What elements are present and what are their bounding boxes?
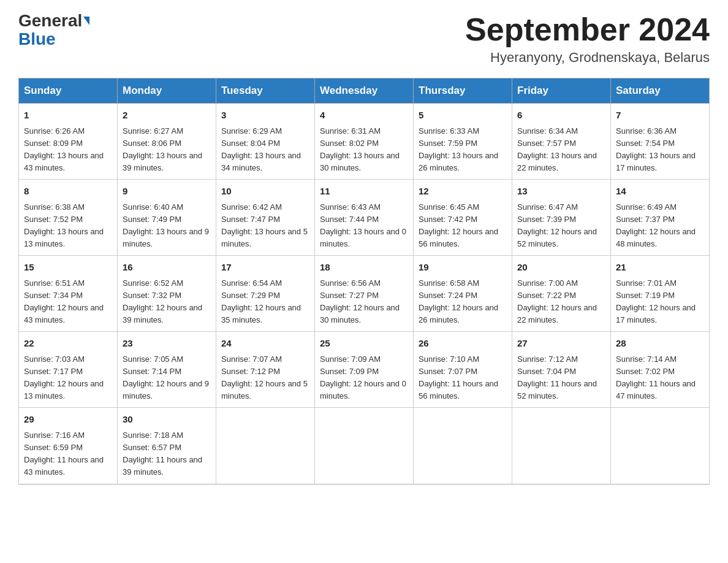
- calendar-cell: 10Sunrise: 6:42 AMSunset: 7:47 PMDayligh…: [216, 180, 315, 256]
- day-info: Sunrise: 7:10 AMSunset: 7:07 PMDaylight:…: [419, 353, 507, 403]
- day-number: 6: [517, 109, 605, 123]
- day-number: 20: [517, 261, 605, 275]
- weekday-header-monday: Monday: [118, 79, 216, 104]
- day-number: 15: [24, 261, 112, 275]
- day-number: 1: [24, 109, 112, 123]
- day-info: Sunrise: 6:45 AMSunset: 7:42 PMDaylight:…: [419, 201, 507, 251]
- day-info: Sunrise: 7:09 AMSunset: 7:09 PMDaylight:…: [320, 353, 408, 403]
- weekday-header-tuesday: Tuesday: [216, 79, 315, 104]
- calendar-cell: 2Sunrise: 6:27 AMSunset: 8:06 PMDaylight…: [118, 104, 216, 180]
- calendar-week-row: 1Sunrise: 6:26 AMSunset: 8:09 PMDaylight…: [19, 104, 710, 180]
- calendar-cell: 30Sunrise: 7:18 AMSunset: 6:57 PMDayligh…: [118, 408, 216, 484]
- calendar-cell: [414, 408, 512, 484]
- calendar-cell: 25Sunrise: 7:09 AMSunset: 7:09 PMDayligh…: [315, 332, 414, 408]
- day-number: 5: [419, 109, 507, 123]
- day-info: Sunrise: 6:36 AMSunset: 7:54 PMDaylight:…: [616, 125, 704, 175]
- day-number: 19: [419, 261, 507, 275]
- day-number: 14: [616, 185, 704, 199]
- calendar-cell: 5Sunrise: 6:33 AMSunset: 7:59 PMDaylight…: [414, 104, 512, 180]
- page-header: General Blue September 2024 Hyeranyony, …: [18, 12, 710, 66]
- day-number: 22: [24, 337, 112, 351]
- calendar-cell: 16Sunrise: 6:52 AMSunset: 7:32 PMDayligh…: [118, 256, 216, 332]
- calendar-cell: [216, 408, 315, 484]
- calendar-cell: 18Sunrise: 6:56 AMSunset: 7:27 PMDayligh…: [315, 256, 414, 332]
- calendar-cell: 12Sunrise: 6:45 AMSunset: 7:42 PMDayligh…: [414, 180, 512, 256]
- calendar-cell: 4Sunrise: 6:31 AMSunset: 8:02 PMDaylight…: [315, 104, 414, 180]
- calendar-cell: [512, 408, 611, 484]
- calendar-cell: 9Sunrise: 6:40 AMSunset: 7:49 PMDaylight…: [118, 180, 216, 256]
- day-info: Sunrise: 6:31 AMSunset: 8:02 PMDaylight:…: [320, 125, 408, 175]
- day-info: Sunrise: 6:34 AMSunset: 7:57 PMDaylight:…: [517, 125, 605, 175]
- day-info: Sunrise: 7:07 AMSunset: 7:12 PMDaylight:…: [221, 353, 309, 403]
- weekday-header-saturday: Saturday: [611, 79, 710, 104]
- day-number: 26: [419, 337, 507, 351]
- day-number: 3: [221, 109, 309, 123]
- calendar-cell: 15Sunrise: 6:51 AMSunset: 7:34 PMDayligh…: [19, 256, 118, 332]
- day-info: Sunrise: 7:12 AMSunset: 7:04 PMDaylight:…: [517, 353, 605, 403]
- weekday-header-friday: Friday: [512, 79, 611, 104]
- day-number: 4: [320, 109, 408, 123]
- day-number: 2: [123, 109, 211, 123]
- day-number: 7: [616, 109, 704, 123]
- day-info: Sunrise: 7:18 AMSunset: 6:57 PMDaylight:…: [123, 429, 211, 479]
- month-year-title: September 2024: [465, 12, 710, 47]
- calendar-week-row: 22Sunrise: 7:03 AMSunset: 7:17 PMDayligh…: [19, 332, 710, 408]
- day-number: 29: [24, 413, 112, 427]
- weekday-header-thursday: Thursday: [414, 79, 512, 104]
- calendar-week-row: 15Sunrise: 6:51 AMSunset: 7:34 PMDayligh…: [19, 256, 710, 332]
- calendar-week-row: 29Sunrise: 7:16 AMSunset: 6:59 PMDayligh…: [19, 408, 710, 484]
- calendar-cell: 3Sunrise: 6:29 AMSunset: 8:04 PMDaylight…: [216, 104, 315, 180]
- day-number: 30: [123, 413, 211, 427]
- calendar-cell: 17Sunrise: 6:54 AMSunset: 7:29 PMDayligh…: [216, 256, 315, 332]
- day-info: Sunrise: 6:42 AMSunset: 7:47 PMDaylight:…: [221, 201, 309, 251]
- day-number: 18: [320, 261, 408, 275]
- calendar-cell: 13Sunrise: 6:47 AMSunset: 7:39 PMDayligh…: [512, 180, 611, 256]
- day-info: Sunrise: 6:52 AMSunset: 7:32 PMDaylight:…: [123, 277, 211, 327]
- calendar-cell: 11Sunrise: 6:43 AMSunset: 7:44 PMDayligh…: [315, 180, 414, 256]
- calendar-cell: [315, 408, 414, 484]
- day-info: Sunrise: 7:05 AMSunset: 7:14 PMDaylight:…: [123, 353, 211, 403]
- day-number: 12: [419, 185, 507, 199]
- day-number: 21: [616, 261, 704, 275]
- day-info: Sunrise: 6:27 AMSunset: 8:06 PMDaylight:…: [123, 125, 211, 175]
- day-info: Sunrise: 6:40 AMSunset: 7:49 PMDaylight:…: [123, 201, 211, 251]
- day-number: 16: [123, 261, 211, 275]
- day-info: Sunrise: 7:03 AMSunset: 7:17 PMDaylight:…: [24, 353, 112, 403]
- day-info: Sunrise: 6:47 AMSunset: 7:39 PMDaylight:…: [517, 201, 605, 251]
- calendar-header-row: SundayMondayTuesdayWednesdayThursdayFrid…: [19, 79, 710, 104]
- day-info: Sunrise: 6:29 AMSunset: 8:04 PMDaylight:…: [221, 125, 309, 175]
- calendar-cell: 20Sunrise: 7:00 AMSunset: 7:22 PMDayligh…: [512, 256, 611, 332]
- logo-arrow-icon: [83, 17, 89, 25]
- day-info: Sunrise: 6:51 AMSunset: 7:34 PMDaylight:…: [24, 277, 112, 327]
- calendar-cell: 29Sunrise: 7:16 AMSunset: 6:59 PMDayligh…: [19, 408, 118, 484]
- day-number: 13: [517, 185, 605, 199]
- day-info: Sunrise: 7:16 AMSunset: 6:59 PMDaylight:…: [24, 429, 112, 479]
- day-number: 17: [221, 261, 309, 275]
- day-info: Sunrise: 6:54 AMSunset: 7:29 PMDaylight:…: [221, 277, 309, 327]
- calendar-cell: [611, 408, 710, 484]
- day-info: Sunrise: 6:26 AMSunset: 8:09 PMDaylight:…: [24, 125, 112, 175]
- day-number: 10: [221, 185, 309, 199]
- weekday-header-sunday: Sunday: [19, 79, 118, 104]
- day-info: Sunrise: 7:01 AMSunset: 7:19 PMDaylight:…: [616, 277, 704, 327]
- calendar-cell: 7Sunrise: 6:36 AMSunset: 7:54 PMDaylight…: [611, 104, 710, 180]
- day-info: Sunrise: 6:43 AMSunset: 7:44 PMDaylight:…: [320, 201, 408, 251]
- day-info: Sunrise: 7:00 AMSunset: 7:22 PMDaylight:…: [517, 277, 605, 327]
- day-info: Sunrise: 6:58 AMSunset: 7:24 PMDaylight:…: [419, 277, 507, 327]
- calendar-cell: 14Sunrise: 6:49 AMSunset: 7:37 PMDayligh…: [611, 180, 710, 256]
- day-number: 25: [320, 337, 408, 351]
- day-info: Sunrise: 7:14 AMSunset: 7:02 PMDaylight:…: [616, 353, 704, 403]
- weekday-header-wednesday: Wednesday: [315, 79, 414, 104]
- day-number: 9: [123, 185, 211, 199]
- day-number: 24: [221, 337, 309, 351]
- day-info: Sunrise: 6:56 AMSunset: 7:27 PMDaylight:…: [320, 277, 408, 327]
- calendar-cell: 26Sunrise: 7:10 AMSunset: 7:07 PMDayligh…: [414, 332, 512, 408]
- day-number: 28: [616, 337, 704, 351]
- calendar-cell: 23Sunrise: 7:05 AMSunset: 7:14 PMDayligh…: [118, 332, 216, 408]
- calendar-cell: 28Sunrise: 7:14 AMSunset: 7:02 PMDayligh…: [611, 332, 710, 408]
- calendar-table: SundayMondayTuesdayWednesdayThursdayFrid…: [18, 78, 710, 484]
- title-block: September 2024 Hyeranyony, Grodnenskaya,…: [465, 12, 710, 66]
- location-subtitle: Hyeranyony, Grodnenskaya, Belarus: [465, 50, 710, 66]
- calendar-cell: 22Sunrise: 7:03 AMSunset: 7:17 PMDayligh…: [19, 332, 118, 408]
- logo-blue-text: Blue: [18, 29, 56, 49]
